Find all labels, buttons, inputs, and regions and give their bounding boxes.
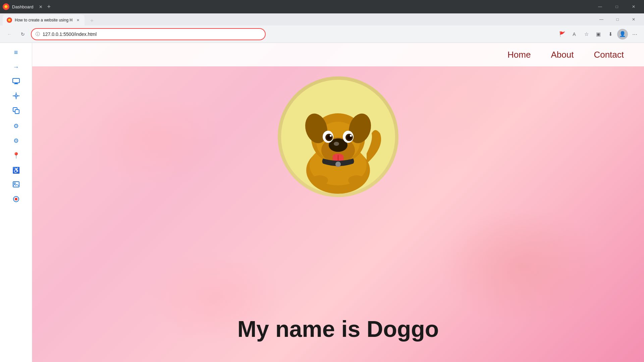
image-icon xyxy=(13,181,19,189)
inner-browser: How to create a website using H ✕ + — □ … xyxy=(0,13,644,362)
resize-icon xyxy=(13,107,19,116)
arrow-right-icon: → xyxy=(13,64,19,71)
svg-rect-1 xyxy=(15,83,17,83)
svg-rect-10 xyxy=(13,182,19,187)
more-icon: ⋯ xyxy=(632,31,637,37)
inner-new-tab-btn[interactable]: + xyxy=(87,16,97,25)
profile-btn[interactable]: 👤 xyxy=(617,29,628,40)
inner-minimize-btn[interactable]: — xyxy=(594,15,609,24)
profile-icon: 👤 xyxy=(619,31,626,37)
inner-maximize-btn[interactable]: □ xyxy=(610,15,625,24)
star-icon: ☆ xyxy=(584,31,589,37)
inner-tab[interactable]: How to create a website using H ✕ xyxy=(3,15,85,25)
sidebar-item-record[interactable] xyxy=(8,193,24,206)
sidebar-item-resize[interactable] xyxy=(8,105,24,118)
inner-back-btn[interactable]: ← xyxy=(4,29,15,40)
more-btn[interactable]: ⋯ xyxy=(629,29,640,40)
desktop-icon xyxy=(12,78,20,86)
inner-window-controls: — □ ✕ xyxy=(594,15,641,24)
svg-rect-0 xyxy=(13,78,19,83)
svg-point-33 xyxy=(350,135,352,137)
sidebar-item-menu[interactable]: ≡ xyxy=(8,46,24,59)
svg-rect-2 xyxy=(14,83,18,84)
inner-tab-close[interactable]: ✕ xyxy=(75,17,80,23)
settings-alt-icon: ⚙ xyxy=(13,122,19,130)
menu-icon: ≡ xyxy=(14,49,18,56)
font-icon: A xyxy=(573,32,576,37)
dog-illustration xyxy=(281,80,395,194)
outer-maximize-btn[interactable]: □ xyxy=(609,1,625,12)
accessibility-icon: ♿ xyxy=(12,167,20,174)
website-nav: Home About Contact xyxy=(32,43,644,66)
font-size-btn[interactable]: A xyxy=(569,29,580,40)
outer-minimize-btn[interactable]: — xyxy=(592,1,608,12)
outer-window-controls: — □ ✕ xyxy=(592,1,641,12)
outer-tab-close[interactable]: ✕ xyxy=(39,4,43,9)
record-icon xyxy=(13,196,19,204)
crosshair-icon xyxy=(13,93,19,101)
sidebar-item-desktop[interactable] xyxy=(8,75,24,88)
outer-close-btn[interactable]: ✕ xyxy=(626,1,641,12)
chrome-outer-browser: Dashboard ✕ + — □ ✕ How to create a webs… xyxy=(0,0,644,362)
back-arrow-icon: ← xyxy=(7,32,12,37)
outer-titlebar: Dashboard ✕ + — □ ✕ xyxy=(0,0,644,13)
browser-right-icons: 🚩 A ☆ ▣ ⬇ 👤 ⋯ xyxy=(557,29,640,40)
browserstack-sidebar: ≡ → xyxy=(0,43,32,362)
outer-tab-title: Dashboard xyxy=(12,4,34,9)
sidebar-item-accessibility[interactable]: ♿ xyxy=(8,164,24,177)
website-hero-heading: My name is Doggo xyxy=(237,316,439,342)
svg-point-3 xyxy=(15,95,17,97)
svg-point-18 xyxy=(348,175,365,185)
location-icon: 📍 xyxy=(12,152,20,159)
dog-avatar-circle xyxy=(278,76,398,197)
collections-btn[interactable]: ▣ xyxy=(593,29,604,40)
website-preview: Home About Contact xyxy=(32,43,644,362)
nav-home-link[interactable]: Home xyxy=(507,50,531,60)
download-btn[interactable]: ⬇ xyxy=(605,29,616,40)
inner-address-bar-row: ← ↻ ⓘ 127.0.0.1:5500/index.html 🚩 A ☆ xyxy=(0,25,644,43)
svg-point-25 xyxy=(334,142,339,146)
nav-contact-link[interactable]: Contact xyxy=(594,50,624,60)
nav-about-link[interactable]: About xyxy=(551,50,574,60)
outer-chrome-favicon xyxy=(3,3,9,10)
sidebar-item-settings-alt[interactable]: ⚙ xyxy=(8,119,24,133)
collections-icon: ▣ xyxy=(596,31,601,37)
inner-close-btn[interactable]: ✕ xyxy=(626,15,641,24)
sidebar-item-crosshair[interactable] xyxy=(8,90,24,103)
inner-tab-bar: How to create a website using H ✕ + — □ … xyxy=(0,13,644,25)
sidebar-item-arrow[interactable]: → xyxy=(8,60,24,74)
svg-point-32 xyxy=(330,135,332,137)
inner-address-bar[interactable]: ⓘ 127.0.0.1:5500/index.html xyxy=(31,28,266,40)
outer-new-tab[interactable]: + xyxy=(47,3,51,10)
download-icon: ⬇ xyxy=(608,31,613,37)
main-content-area: ≡ → xyxy=(0,43,644,362)
info-icon: ⓘ xyxy=(36,31,40,37)
sidebar-item-settings[interactable]: ⚙ xyxy=(8,134,24,147)
svg-point-13 xyxy=(15,198,17,200)
settings-icon: ⚙ xyxy=(13,137,19,144)
svg-point-35 xyxy=(335,162,341,167)
refresh-icon: ↻ xyxy=(21,32,25,37)
address-bar-url[interactable]: 127.0.0.1:5500/index.html xyxy=(43,32,261,37)
svg-point-17 xyxy=(311,175,328,185)
bookmark-flag-icon: 🚩 xyxy=(559,31,566,37)
sidebar-item-location[interactable]: 📍 xyxy=(8,149,24,162)
inner-refresh-btn[interactable]: ↻ xyxy=(17,29,28,40)
sidebar-item-image[interactable] xyxy=(8,178,24,192)
dog-avatar-container xyxy=(278,76,398,197)
favorites-star-btn[interactable]: ☆ xyxy=(581,29,592,40)
inner-tab-title: How to create a website using H xyxy=(15,18,72,22)
bookmark-flag-btn[interactable]: 🚩 xyxy=(557,29,568,40)
svg-rect-9 xyxy=(15,110,19,114)
svg-point-11 xyxy=(14,183,15,184)
inner-tab-favicon xyxy=(7,17,12,23)
